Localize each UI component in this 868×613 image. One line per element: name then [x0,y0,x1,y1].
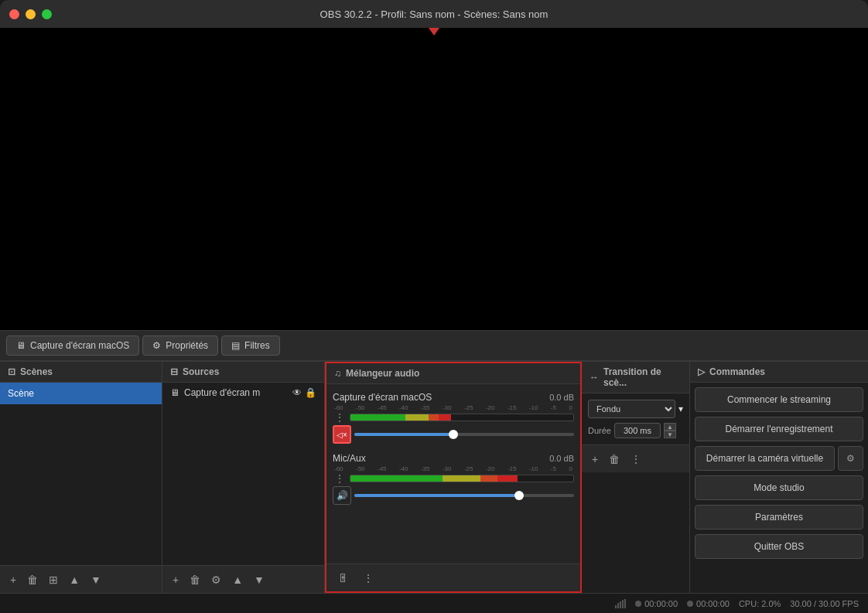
svg-rect-4 [624,599,626,608]
svg-rect-1 [617,603,619,608]
source-icon: ⊟ [170,366,178,377]
slider-row-2: 🔊 [333,486,574,505]
scene-icon: ⊡ [8,366,15,377]
duration-up-button[interactable]: ▲ [664,423,676,431]
settings-label: Paramètres [755,512,803,523]
main-container: 🖥 Capture d'écran macOS Propriétés ▤ Fil… [0,28,868,613]
audio-mixer-dots-button[interactable]: ⋮ [359,570,378,586]
timecode-1: 00:00:00 [635,599,678,608]
duration-down-button[interactable]: ▼ [664,431,676,438]
sources-panel-header: ⊟ Sources [162,362,324,383]
maximize-button[interactable] [42,9,52,19]
virtual-cam-label: Démarrer la caméra virtuelle [706,453,823,464]
audio-track-header-1: Capture d'écran macOS 0.0 dB [333,392,574,403]
transition-type-select[interactable]: Fondu Coupe Glissement [588,400,675,418]
status-dot-1 [635,601,641,607]
filters-label: Filtres [244,340,270,351]
commands-header: ▷ Commandes [690,362,868,383]
list-item[interactable]: Scène [0,383,162,404]
sources-panel: ⊟ Sources 🖥 Capture d'écran m 👁 🔒 + 🗑 ⚙ … [162,362,325,593]
transitions-panel: ↔ Transition de scè... Fondu Coupe Gliss… [582,362,690,593]
volume-slider-2[interactable] [354,494,574,497]
track-dots-button-1[interactable]: ⋮ [333,412,347,423]
source-item-icons: 👁 🔒 [292,387,316,398]
toolbar: 🖥 Capture d'écran macOS Propriétés ▤ Fil… [0,330,868,361]
delete-transition-button[interactable]: 🗑 [605,451,624,467]
transitions-title: Transition de scè... [603,366,682,388]
transitions-header: ↔ Transition de scè... [582,362,689,393]
spinner-buttons: ▲ ▼ [664,423,676,438]
volume-meter-2 [350,475,574,482]
start-streaming-label: Commencer le streaming [727,394,831,405]
sources-list: 🖥 Capture d'écran m 👁 🔒 [162,383,324,565]
commands-content: Commencer le streaming Démarrer l'enregi… [690,383,868,593]
scene-down-button[interactable]: ▼ [87,572,105,587]
filters-button[interactable]: ▤ Filtres [221,335,280,356]
gear-icon-2: ⚙ [846,453,855,464]
duration-label: Durée [588,426,611,435]
mute-button-1[interactable]: ◁× [333,425,351,444]
source-down-button[interactable]: ▼ [250,572,268,587]
audio-track-1: Capture d'écran macOS 0.0 dB -60 -50 -45… [326,389,580,447]
transitions-footer: + 🗑 ⋮ [582,444,689,472]
scene-tab-label: Capture d'écran macOS [30,340,129,351]
sources-panel-title: Sources [183,366,219,377]
svg-rect-0 [615,605,617,608]
virtual-cam-settings-button[interactable]: ⚙ [838,446,863,471]
audio-mixer-footer: 🎚 ⋮ [326,564,580,591]
speaker-button-2[interactable]: 🔊 [333,486,351,505]
properties-button[interactable]: Propriétés [142,335,218,356]
duration-input[interactable] [614,423,661,438]
audio-mixer-config-button[interactable]: 🎚 [334,570,353,586]
svg-rect-3 [622,600,624,608]
delete-source-button[interactable]: 🗑 [186,572,204,587]
window-title: OBS 30.2.2 - Profil: Sans nom - Scènes: … [320,9,548,20]
transition-dots-button[interactable]: ⋮ [627,451,645,467]
volume-slider-1[interactable] [354,433,574,436]
quit-obs-button[interactable]: Quitter OBS [695,534,863,559]
audio-track-2: Mic/Aux 0.0 dB -60 -50 -45 -40 -35 -30 -… [326,450,580,508]
transitions-content: Fondu Coupe Glissement ▾ Durée ▲ ▼ [582,393,689,444]
virtual-cam-row: Démarrer la caméra virtuelle ⚙ [695,446,863,471]
properties-label: Propriétés [166,340,208,351]
add-scene-button[interactable]: + [6,572,20,587]
volume-bar-fill-1 [350,414,451,421]
track-dots-button-2[interactable]: ⋮ [333,473,347,484]
source-settings-button[interactable]: ⚙ [207,572,225,587]
scene-tab-button[interactable]: 🖥 Capture d'écran macOS [6,335,139,356]
start-virtual-cam-button[interactable]: Démarrer la caméra virtuelle [695,446,835,471]
delete-scene-button[interactable]: 🗑 [23,572,42,587]
add-transition-button[interactable]: + [588,451,602,467]
audio-track-header-2: Mic/Aux 0.0 dB [333,453,574,464]
duration-row: Durée ▲ ▼ [588,423,683,438]
lock-icon[interactable]: 🔒 [305,387,316,398]
scene-item-label: Scène [8,388,34,399]
scene-settings-button[interactable]: ⊞ [45,572,62,587]
list-item[interactable]: 🖥 Capture d'écran m 👁 🔒 [162,383,324,403]
settings-button[interactable]: Paramètres [695,505,863,530]
chevron-down-icon: ▾ [678,404,683,414]
audio-track-controls-1: ⋮ [333,412,574,423]
eye-icon[interactable]: 👁 [292,387,302,398]
volume-bar-fill-2 [350,475,518,482]
scene-up-button[interactable]: ▲ [65,572,84,587]
audio-mixer-title: Mélangeur audio [346,368,419,379]
start-recording-button[interactable]: Démarrer l'enregistrement [695,417,863,441]
start-streaming-button[interactable]: Commencer le streaming [695,387,863,412]
sources-panel-footer: + 🗑 ⚙ ▲ ▼ [162,565,324,593]
preview-canvas [0,28,868,330]
audio-track-controls-2: ⋮ [333,473,574,484]
slider-row-1: ◁× [333,425,574,444]
close-button[interactable] [9,9,19,19]
meter-labels-1: -60 -50 -45 -40 -35 -30 -25 -20 -15 -10 … [333,404,574,411]
audio-track-name-2: Mic/Aux [333,453,366,464]
studio-mode-button[interactable]: Mode studio [695,475,863,500]
source-monitor-icon: 🖥 [170,387,179,398]
preview-indicator [429,28,439,36]
timecode-1-value: 00:00:00 [644,599,678,608]
minimize-button[interactable] [26,9,36,19]
transition-select-row: Fondu Coupe Glissement ▾ [588,400,683,418]
source-up-button[interactable]: ▲ [228,572,247,587]
add-source-button[interactable]: + [169,572,183,587]
transition-icon: ↔ [589,372,599,383]
